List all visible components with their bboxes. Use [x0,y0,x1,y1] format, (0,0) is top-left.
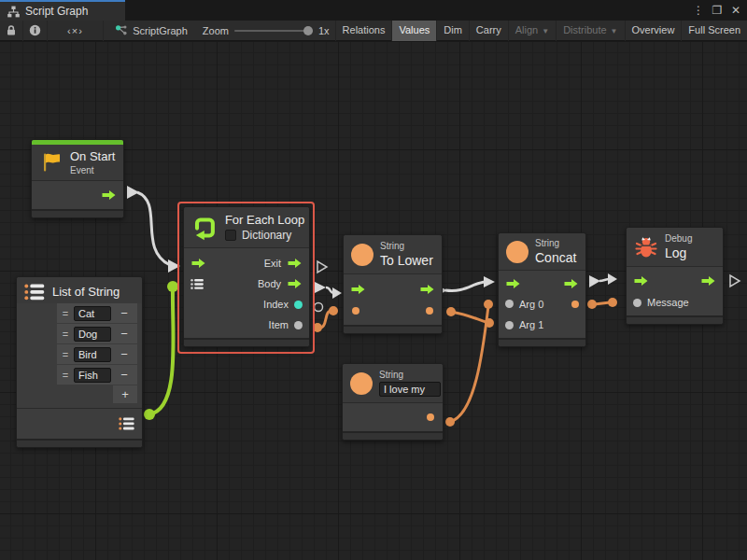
zoom-slider-knob[interactable] [303,26,313,35]
node-footer [627,315,723,324]
distribute-dropdown[interactable]: Distribute▼ [556,21,624,41]
port-label-item: Item [269,319,289,330]
drag-handle-icon[interactable]: = [57,349,74,360]
dictionary-checkbox[interactable] [225,230,236,241]
node-list-of-string[interactable]: List of String = Cat − = Dog − = Bird − [16,276,143,448]
exit-ghost-triangle [317,261,327,273]
list-item-field[interactable]: Cat [74,306,111,321]
node-string-literal[interactable]: String [342,363,444,441]
exit-flow-output-port[interactable] [287,258,303,269]
remove-item-button[interactable]: − [111,327,137,341]
zoom-label: Zoom [203,25,229,36]
list-item-row: = Fish − [57,365,137,385]
string-input-port[interactable] [352,307,359,315]
body-flow-output-port[interactable] [287,278,303,289]
drag-handle-icon[interactable]: = [57,308,74,319]
wire-tolower-to-concat [435,276,495,297]
node-title: On Start [70,149,115,163]
dictionary-label: Dictionary [242,229,291,242]
index-ghost-circle [315,303,323,312]
node-category: String [379,370,435,380]
carry-button[interactable]: Carry [469,21,508,41]
fullscreen-button[interactable]: Full Screen [681,21,747,41]
flow-input-port[interactable] [190,258,206,269]
node-category: String [380,241,433,251]
list-item-field[interactable]: Bird [74,347,111,362]
flow-input-port[interactable] [633,275,649,287]
window-menu-icon[interactable]: ⋮ [691,2,706,19]
zoom-slider[interactable] [234,30,313,32]
remove-item-button[interactable]: − [111,368,137,382]
wire-literal-to-arg0 [445,300,493,427]
string-output-port[interactable] [426,307,433,315]
flow-output-port[interactable] [101,189,117,201]
code-preview-button[interactable]: ‹×› [48,21,104,41]
add-item-button[interactable]: + [113,385,137,403]
port-label-index: Index [263,299,289,310]
string-type-icon [351,244,374,266]
drag-handle-icon[interactable]: = [57,329,74,340]
bug-icon [634,235,658,259]
script-graph-icon [115,24,128,36]
flow-input-port[interactable] [505,278,521,289]
node-category: String [535,238,576,248]
flow-output-port[interactable] [700,275,716,287]
node-title: For Each Loop [225,213,302,227]
node-for-each-loop[interactable]: For Each Loop Dictionary Exit [183,206,310,347]
result-output-port[interactable] [571,301,579,308]
port-label-message: Message [647,297,689,308]
list-item-field[interactable]: Dog [74,327,111,342]
wire-tolower-to-arg1 [446,307,494,328]
inspect-button[interactable] [23,21,47,41]
graph-canvas[interactable]: On Start Event [0,42,747,560]
overview-button[interactable]: Overview [625,21,682,41]
node-title: Log [665,245,692,260]
graph-hierarchy-icon [7,6,20,18]
collection-input-port[interactable] [190,278,204,290]
string-output-port[interactable] [427,413,434,421]
item-output-port[interactable] [294,321,303,329]
arg1-input-port[interactable] [505,321,514,329]
list-output-port[interactable] [119,416,135,431]
node-subtitle: Event [70,165,115,175]
list-item-field[interactable]: Fish [74,368,111,383]
lock-button[interactable] [0,21,23,41]
wire-item-to-tolower [313,306,338,332]
index-output-port[interactable] [294,301,303,309]
node-footer [499,338,585,346]
remove-item-button[interactable]: − [111,347,137,361]
wire-list-to-foreach [144,281,178,420]
node-debug-log[interactable]: Debug Log Message [626,227,724,325]
flow-input-port[interactable] [350,284,366,295]
node-concat[interactable]: String Concat Arg 0 [498,232,586,347]
node-footer [343,431,443,440]
remove-item-button[interactable]: − [111,306,137,320]
align-dropdown[interactable]: Align▼ [508,21,556,41]
flow-output-port[interactable] [419,284,435,295]
graph-toolbar: ‹×› ScriptGraph Zoom 1x Relations Values… [0,21,747,41]
relations-button[interactable]: Relations [335,21,392,41]
message-input-port[interactable] [633,299,641,307]
log-exit-ghost-triangle [730,275,740,287]
window-close-icon[interactable]: ✕ [728,2,743,19]
values-button[interactable]: Values [391,21,436,41]
list-item-row: = Bird − [57,344,137,365]
node-to-lower[interactable]: String To Lower [343,234,443,334]
arg0-input-port[interactable] [505,300,514,308]
unity-visual-scripting-window: Script Graph ⋮ ❐ ✕ ‹×› [0,0,747,560]
list-item-row: = Cat − [57,303,137,324]
flow-output-port[interactable] [563,278,579,289]
dim-button[interactable]: Dim [436,21,469,41]
flag-icon [39,151,63,174]
zoom-value: 1x [318,25,330,36]
tab-script-graph[interactable]: Script Graph [0,0,125,21]
node-on-start[interactable]: On Start Event [31,139,124,218]
string-type-icon [350,372,373,395]
node-title: List of String [52,283,120,299]
node-title: Concat [535,250,576,265]
string-value-input[interactable] [379,382,441,397]
graph-breadcrumb[interactable]: ScriptGraph [104,24,197,36]
window-maximize-icon[interactable]: ❐ [710,2,725,19]
drag-handle-icon[interactable]: = [57,370,74,381]
wire-body-to-tolower [315,282,342,299]
